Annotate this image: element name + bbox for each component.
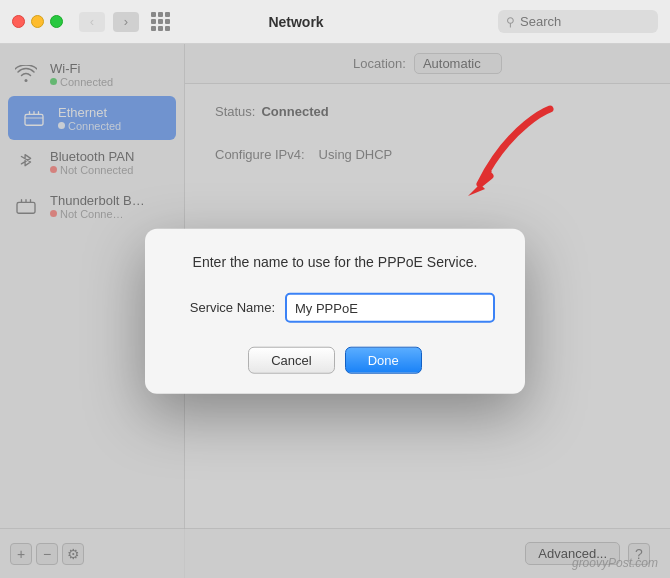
dialog-buttons: Cancel Done (175, 346, 495, 373)
dialog-message: Enter the name to use for the PPPoE Serv… (175, 253, 495, 273)
main-content: Wi-Fi Connected Ethernet Con (0, 44, 670, 578)
maximize-button[interactable] (50, 15, 63, 28)
pppoe-dialog: Enter the name to use for the PPPoE Serv… (145, 229, 525, 394)
service-name-input-wrapper[interactable] (285, 292, 495, 322)
dialog-field-row: Service Name: (175, 292, 495, 322)
service-name-input[interactable] (295, 300, 485, 315)
traffic-lights (12, 15, 63, 28)
search-icon: ⚲ (506, 15, 515, 29)
minimize-button[interactable] (31, 15, 44, 28)
close-button[interactable] (12, 15, 25, 28)
cancel-button[interactable]: Cancel (248, 346, 334, 373)
search-box[interactable]: ⚲ (498, 10, 658, 33)
title-bar: ‹ › Network ⚲ (0, 0, 670, 44)
window-title: Network (102, 14, 490, 30)
back-button[interactable]: ‹ (79, 12, 105, 32)
done-button[interactable]: Done (345, 346, 422, 373)
search-input[interactable] (520, 14, 650, 29)
dialog-field-label: Service Name: (175, 300, 275, 315)
